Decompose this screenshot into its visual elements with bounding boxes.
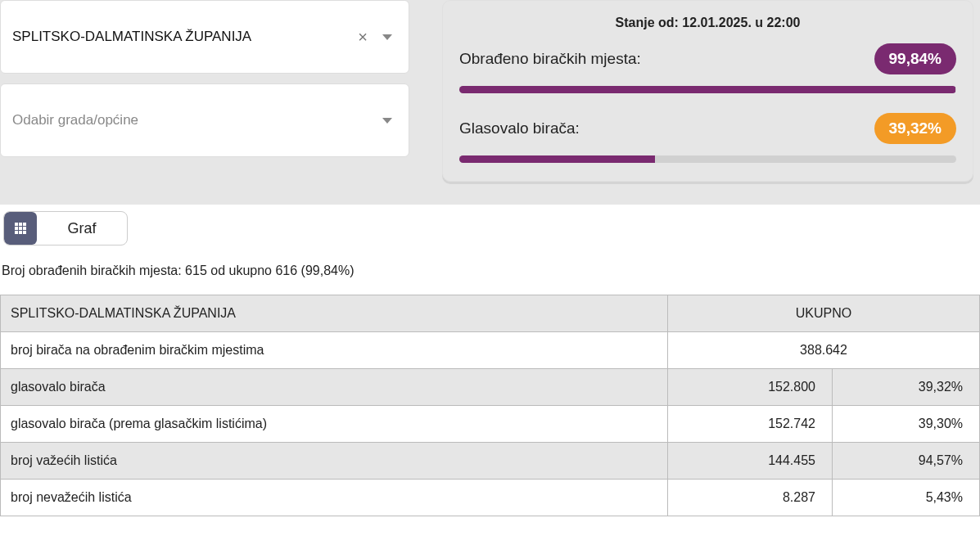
county-select[interactable]: SPLITSKO-DALMATINSKA ŽUPANIJA × xyxy=(0,0,409,74)
table-header-total: UKUPNO xyxy=(668,295,980,332)
table-row: broj nevažećih listića8.2875,43% xyxy=(1,480,980,516)
chevron-down-icon xyxy=(382,34,392,40)
row-value: 8.287 xyxy=(668,480,833,516)
divider-strip xyxy=(0,190,980,205)
voted-bar-fill xyxy=(459,155,655,163)
processed-bar-fill xyxy=(459,86,955,93)
status-card: Stanje od: 12.01.2025. u 22:00 Obrađeno … xyxy=(442,0,973,182)
city-select-placeholder: Odabir grada/općine xyxy=(12,112,382,128)
row-value: 152.800 xyxy=(668,369,833,406)
table-row: glasovalo birača (prema glasačkim listić… xyxy=(1,406,980,443)
table-view-button[interactable] xyxy=(4,212,37,245)
results-table: SPLITSKO-DALMATINSKA ŽUPANIJA UKUPNO bro… xyxy=(0,295,980,516)
chevron-down-icon xyxy=(382,118,392,124)
top-panel: SPLITSKO-DALMATINSKA ŽUPANIJA × Odabir g… xyxy=(0,0,980,190)
voted-bar xyxy=(459,155,956,163)
graph-view-label: Graf xyxy=(67,220,96,237)
filter-column: SPLITSKO-DALMATINSKA ŽUPANIJA × Odabir g… xyxy=(0,0,409,167)
processed-summary: Broj obrađenih biračkih mjesta: 615 od u… xyxy=(0,255,980,295)
row-label: broj birača na obrađenim biračkim mjesti… xyxy=(1,332,668,369)
clear-icon[interactable]: × xyxy=(343,28,382,47)
row-value: 144.455 xyxy=(668,443,833,480)
table-row: broj birača na obrađenim biračkim mjesti… xyxy=(1,332,980,369)
status-column: Stanje od: 12.01.2025. u 22:00 Obrađeno … xyxy=(442,0,980,182)
table-row: broj važećih listića144.45594,57% xyxy=(1,443,980,480)
row-percent: 94,57% xyxy=(832,443,979,480)
row-percent: 5,43% xyxy=(832,480,979,516)
status-timestamp: Stanje od: 12.01.2025. u 22:00 xyxy=(459,16,956,30)
graph-view-button[interactable]: Graf xyxy=(37,212,127,245)
row-percent: 39,30% xyxy=(832,406,979,443)
table-row: glasovalo birača152.80039,32% xyxy=(1,369,980,406)
city-select[interactable]: Odabir grada/općine xyxy=(0,83,409,157)
voted-row: Glasovalo birača: 39,32% xyxy=(459,113,956,144)
view-toggle-row: Graf xyxy=(0,205,980,255)
row-percent: 39,32% xyxy=(832,369,979,406)
voted-label: Glasovalo birača: xyxy=(459,119,580,137)
view-toggle: Graf xyxy=(3,211,128,245)
processed-label: Obrađeno biračkih mjesta: xyxy=(459,50,641,68)
row-label: glasovalo birača (prema glasačkim listić… xyxy=(1,406,668,443)
processed-badge: 99,84% xyxy=(874,43,956,74)
processed-row: Obrađeno biračkih mjesta: 99,84% xyxy=(459,43,956,74)
grid-icon xyxy=(15,223,26,234)
row-label: broj nevažećih listića xyxy=(1,480,668,516)
voted-badge: 39,32% xyxy=(874,113,956,144)
processed-bar xyxy=(459,86,956,93)
table-header-region: SPLITSKO-DALMATINSKA ŽUPANIJA xyxy=(1,295,668,332)
row-label: broj važećih listića xyxy=(1,443,668,480)
row-value: 388.642 xyxy=(668,332,980,369)
row-value: 152.742 xyxy=(668,406,833,443)
table-header-row: SPLITSKO-DALMATINSKA ŽUPANIJA UKUPNO xyxy=(1,295,980,332)
row-label: glasovalo birača xyxy=(1,369,668,406)
county-select-value: SPLITSKO-DALMATINSKA ŽUPANIJA xyxy=(12,29,343,45)
